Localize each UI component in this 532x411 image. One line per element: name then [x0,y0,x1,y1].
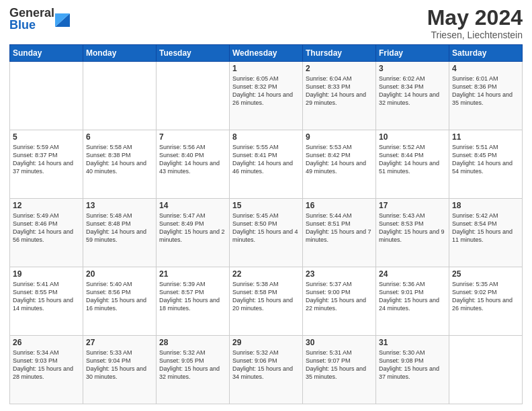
day-cell: 10Sunrise: 5:52 AMSunset: 8:44 PMDayligh… [376,130,449,199]
day-cell [83,62,157,130]
day-number: 16 [306,201,373,210]
day-info: Sunrise: 5:34 AMSunset: 9:03 PMDaylight:… [13,349,80,381]
column-header-wednesday: Wednesday [230,45,303,62]
day-cell: 16Sunrise: 5:44 AMSunset: 8:51 PMDayligh… [303,199,376,267]
day-cell: 11Sunrise: 5:51 AMSunset: 8:45 PMDayligh… [449,130,523,199]
title-area: May 2024 Triesen, Liechtenstein [427,7,523,40]
day-info: Sunrise: 5:42 AMSunset: 8:54 PMDaylight:… [452,212,519,244]
day-info: Sunrise: 6:02 AMSunset: 8:34 PMDaylight:… [379,75,446,107]
location: Triesen, Liechtenstein [427,30,523,40]
day-info: Sunrise: 5:43 AMSunset: 8:53 PMDaylight:… [379,212,446,244]
day-cell: 6Sunrise: 5:58 AMSunset: 8:38 PMDaylight… [83,130,157,199]
day-info: Sunrise: 5:33 AMSunset: 9:04 PMDaylight:… [86,349,153,381]
day-number: 6 [86,132,153,142]
day-number: 30 [306,338,373,347]
day-cell: 2Sunrise: 6:04 AMSunset: 8:33 PMDaylight… [303,62,376,130]
day-cell [449,336,523,404]
day-number: 29 [232,338,300,347]
day-cell: 3Sunrise: 6:02 AMSunset: 8:34 PMDaylight… [376,62,449,130]
day-number: 19 [13,269,80,279]
column-header-tuesday: Tuesday [157,45,230,62]
day-number: 22 [232,269,300,279]
day-info: Sunrise: 5:40 AMSunset: 8:56 PMDaylight:… [86,280,153,313]
week-row-2: 5Sunrise: 5:59 AMSunset: 8:37 PMDaylight… [10,130,523,199]
day-info: Sunrise: 5:49 AMSunset: 8:46 PMDaylight:… [13,212,80,244]
day-cell: 26Sunrise: 5:34 AMSunset: 9:03 PMDayligh… [10,336,83,404]
day-cell: 23Sunrise: 5:37 AMSunset: 9:00 PMDayligh… [303,267,376,336]
page: General Blue May 2024 Triesen, Liechtens… [0,0,532,411]
day-cell: 4Sunrise: 6:01 AMSunset: 8:36 PMDaylight… [449,62,523,130]
day-cell: 22Sunrise: 5:38 AMSunset: 8:58 PMDayligh… [230,267,303,336]
column-header-sunday: Sunday [10,45,83,62]
calendar-table: SundayMondayTuesdayWednesdayThursdayFrid… [9,44,523,404]
day-cell: 24Sunrise: 5:36 AMSunset: 9:01 PMDayligh… [376,267,449,336]
day-number: 25 [452,269,519,279]
day-header-row: SundayMondayTuesdayWednesdayThursdayFrid… [10,45,523,62]
day-number: 23 [306,269,373,279]
day-cell: 17Sunrise: 5:43 AMSunset: 8:53 PMDayligh… [376,199,449,267]
logo-general: General [9,7,54,19]
day-info: Sunrise: 6:04 AMSunset: 8:33 PMDaylight:… [306,75,373,107]
day-info: Sunrise: 5:48 AMSunset: 8:48 PMDaylight:… [86,212,153,244]
day-cell: 30Sunrise: 5:31 AMSunset: 9:07 PMDayligh… [303,336,376,404]
day-info: Sunrise: 5:56 AMSunset: 8:40 PMDaylight:… [159,143,226,176]
day-cell: 12Sunrise: 5:49 AMSunset: 8:46 PMDayligh… [10,199,83,267]
day-number: 2 [306,64,373,73]
day-number: 13 [86,201,153,210]
day-number: 7 [159,132,226,142]
day-number: 24 [379,269,446,279]
day-cell: 13Sunrise: 5:48 AMSunset: 8:48 PMDayligh… [83,199,157,267]
day-cell: 8Sunrise: 5:55 AMSunset: 8:41 PMDaylight… [230,130,303,199]
day-cell: 18Sunrise: 5:42 AMSunset: 8:54 PMDayligh… [449,199,523,267]
column-header-thursday: Thursday [303,45,376,62]
day-number: 14 [159,201,226,210]
day-info: Sunrise: 5:39 AMSunset: 8:57 PMDaylight:… [159,280,226,313]
day-number: 20 [86,269,153,279]
day-info: Sunrise: 5:55 AMSunset: 8:41 PMDaylight:… [232,143,300,176]
day-cell: 28Sunrise: 5:32 AMSunset: 9:05 PMDayligh… [157,336,230,404]
day-cell: 25Sunrise: 5:35 AMSunset: 9:02 PMDayligh… [449,267,523,336]
day-cell: 5Sunrise: 5:59 AMSunset: 8:37 PMDaylight… [10,130,83,199]
day-number: 11 [452,132,519,142]
day-cell: 19Sunrise: 5:41 AMSunset: 8:55 PMDayligh… [10,267,83,336]
day-number: 3 [379,64,446,73]
day-info: Sunrise: 5:30 AMSunset: 9:08 PMDaylight:… [379,349,446,381]
day-cell: 21Sunrise: 5:39 AMSunset: 8:57 PMDayligh… [157,267,230,336]
day-info: Sunrise: 5:59 AMSunset: 8:37 PMDaylight:… [13,143,80,176]
day-info: Sunrise: 5:32 AMSunset: 9:06 PMDaylight:… [232,349,300,381]
day-cell: 29Sunrise: 5:32 AMSunset: 9:06 PMDayligh… [230,336,303,404]
day-number: 1 [232,64,300,73]
week-row-5: 26Sunrise: 5:34 AMSunset: 9:03 PMDayligh… [10,336,523,404]
day-number: 31 [379,338,446,347]
day-number: 17 [379,201,446,210]
day-cell: 1Sunrise: 6:05 AMSunset: 8:32 PMDaylight… [230,62,303,130]
day-number: 15 [232,201,300,210]
day-cell: 20Sunrise: 5:40 AMSunset: 8:56 PMDayligh… [83,267,157,336]
day-info: Sunrise: 5:32 AMSunset: 9:05 PMDaylight:… [159,349,226,381]
day-info: Sunrise: 5:35 AMSunset: 9:02 PMDaylight:… [452,280,519,313]
day-info: Sunrise: 5:44 AMSunset: 8:51 PMDaylight:… [306,212,373,244]
day-info: Sunrise: 5:38 AMSunset: 8:58 PMDaylight:… [232,280,300,313]
logo-icon [55,8,70,27]
day-info: Sunrise: 5:51 AMSunset: 8:45 PMDaylight:… [452,143,519,176]
column-header-friday: Friday [376,45,449,62]
day-info: Sunrise: 6:01 AMSunset: 8:36 PMDaylight:… [452,75,519,107]
column-header-saturday: Saturday [449,45,523,62]
day-cell: 15Sunrise: 5:45 AMSunset: 8:50 PMDayligh… [230,199,303,267]
day-info: Sunrise: 5:31 AMSunset: 9:07 PMDaylight:… [306,349,373,381]
day-number: 12 [13,201,80,210]
day-info: Sunrise: 5:45 AMSunset: 8:50 PMDaylight:… [232,212,300,244]
month-year: May 2024 [427,7,523,28]
week-row-4: 19Sunrise: 5:41 AMSunset: 8:55 PMDayligh… [10,267,523,336]
day-number: 21 [159,269,226,279]
day-cell [157,62,230,130]
day-cell: 27Sunrise: 5:33 AMSunset: 9:04 PMDayligh… [83,336,157,404]
header: General Blue May 2024 Triesen, Liechtens… [9,7,523,40]
logo-blue: Blue [9,19,54,31]
day-number: 18 [452,201,519,210]
day-number: 5 [13,132,80,142]
day-info: Sunrise: 5:41 AMSunset: 8:55 PMDaylight:… [13,280,80,313]
day-cell: 14Sunrise: 5:47 AMSunset: 8:49 PMDayligh… [157,199,230,267]
day-number: 9 [306,132,373,142]
day-number: 10 [379,132,446,142]
